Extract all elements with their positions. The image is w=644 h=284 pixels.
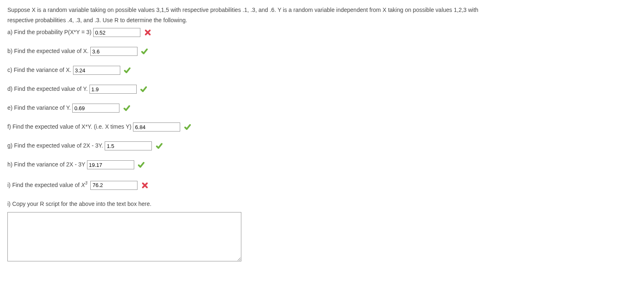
question-b: b) Find the expected value of X. bbox=[7, 45, 637, 57]
question-b-input[interactable] bbox=[90, 47, 138, 56]
wrong-icon bbox=[142, 182, 148, 189]
question-g-input[interactable] bbox=[105, 141, 152, 150]
correct-icon bbox=[184, 124, 191, 130]
question-f-label: f) Find the expected value of X*Y. (i.e.… bbox=[7, 123, 131, 130]
r-script-textarea[interactable] bbox=[7, 212, 241, 261]
question-a-input[interactable] bbox=[93, 28, 140, 37]
correct-icon bbox=[138, 162, 144, 168]
question-i-exponent: 3 bbox=[85, 181, 87, 185]
question-d-input[interactable] bbox=[89, 85, 137, 94]
question-g: g) Find the expected value of 2X - 3Y. bbox=[7, 140, 637, 151]
question-e: e) Find the variance of Y. bbox=[7, 102, 637, 113]
question-h-input[interactable] bbox=[87, 160, 134, 169]
question-c: c) Find the variance of X. bbox=[7, 64, 637, 76]
correct-icon bbox=[141, 48, 148, 55]
question-script-label: i) Copy your R script for the above into… bbox=[7, 201, 151, 207]
question-h-label: h) Find the variance of 2X - 3Y bbox=[7, 161, 85, 168]
problem-intro-line2: respective probabilities .4, .3, and .3.… bbox=[7, 16, 637, 25]
question-script: i) Copy your R script for the above into… bbox=[7, 198, 637, 261]
question-e-input[interactable] bbox=[72, 104, 119, 113]
question-i: i) Find the expected value of X3 bbox=[7, 178, 637, 191]
question-a: a) Find the probability P(X*Y = 3) bbox=[7, 26, 637, 38]
question-f: f) Find the expected value of X*Y. (i.e.… bbox=[7, 121, 637, 132]
question-c-label: c) Find the variance of X. bbox=[7, 67, 71, 73]
question-c-input[interactable] bbox=[73, 66, 120, 75]
question-f-input[interactable] bbox=[133, 122, 180, 132]
correct-icon bbox=[124, 67, 131, 74]
question-i-xvar: X bbox=[81, 182, 85, 188]
question-e-label: e) Find the variance of Y. bbox=[7, 104, 71, 111]
question-i-input[interactable] bbox=[90, 181, 138, 190]
question-a-label: a) Find the probability P(X*Y = 3) bbox=[7, 29, 92, 35]
question-d: d) Find the expected value of Y. bbox=[7, 83, 637, 95]
wrong-icon bbox=[144, 29, 151, 36]
question-d-label: d) Find the expected value of Y. bbox=[7, 85, 88, 92]
correct-icon bbox=[140, 86, 147, 92]
correct-icon bbox=[156, 143, 163, 149]
problem-intro-line1: Suppose X is a random variable taking on… bbox=[7, 6, 637, 14]
question-b-label: b) Find the expected value of X. bbox=[7, 48, 89, 54]
question-g-label: g) Find the expected value of 2X - 3Y. bbox=[7, 142, 103, 149]
correct-icon bbox=[124, 105, 130, 111]
question-i-label-prefix: i) Find the expected value of bbox=[7, 182, 81, 188]
question-h: h) Find the variance of 2X - 3Y bbox=[7, 159, 637, 170]
